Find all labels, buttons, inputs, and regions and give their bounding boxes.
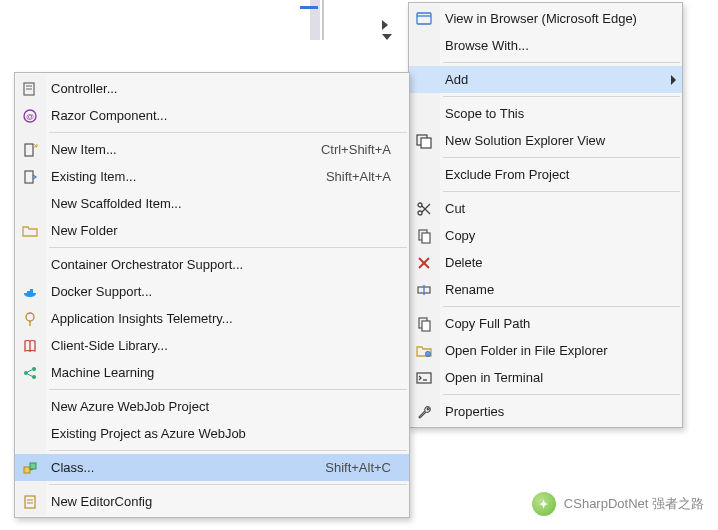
menu-item-new-editorconfig[interactable]: New EditorConfig: [15, 488, 409, 515]
menu-separator: [49, 450, 407, 451]
menu-item-cut[interactable]: Cut: [409, 195, 682, 222]
menu-item-controller[interactable]: Controller...: [15, 75, 409, 102]
controller-icon: [21, 80, 39, 98]
menu-separator: [443, 96, 680, 97]
menu-item-label: Existing Project as Azure WebJob: [51, 426, 391, 441]
watermark-text: CSharpDotNet 强者之路: [564, 495, 704, 513]
svg-rect-36: [25, 496, 35, 508]
menu-item-exclude-from-project[interactable]: Exclude From Project: [409, 161, 682, 188]
menu-item-copy[interactable]: Copy: [409, 222, 682, 249]
menu-item-client-side-lib[interactable]: Client-Side Library...: [15, 332, 409, 359]
menu-item-container-orchestrator[interactable]: Container Orchestrator Support...: [15, 251, 409, 278]
svg-line-31: [28, 369, 33, 372]
menu-separator: [443, 306, 680, 307]
menu-item-label: New Azure WebJob Project: [51, 399, 391, 414]
menu-item-label: Application Insights Telemetry...: [51, 311, 391, 326]
new-view-icon: [415, 132, 433, 150]
svg-point-29: [32, 367, 36, 371]
svg-point-26: [26, 313, 34, 321]
menu-item-scope-to-this[interactable]: Scope to This: [409, 100, 682, 127]
menu-separator: [443, 62, 680, 63]
insights-icon: [21, 310, 39, 328]
library-icon: [21, 337, 39, 355]
menu-item-docker-support[interactable]: Docker Support...: [15, 278, 409, 305]
menu-item-open-in-file-explorer[interactable]: Open Folder in File Explorer: [409, 337, 682, 364]
menu-item-label: Machine Learning: [51, 365, 391, 380]
menu-item-label: Copy Full Path: [445, 316, 664, 331]
solution-explorer-fragment: [370, 6, 410, 50]
folder-icon: [21, 222, 39, 240]
menu-item-label: Class...: [51, 460, 295, 475]
menu-item-label: Delete: [445, 255, 664, 270]
menu-item-existing-item[interactable]: Existing Item...Shift+Alt+A: [15, 163, 409, 190]
menu-item-existing-azure-webjob[interactable]: Existing Project as Azure WebJob: [15, 420, 409, 447]
context-menu: View in Browser (Microsoft Edge)Browse W…: [408, 2, 683, 428]
menu-item-label: Open Folder in File Explorer: [445, 343, 664, 358]
menu-item-new-solution-explorer-view[interactable]: New Solution Explorer View: [409, 127, 682, 154]
wrench-icon: [415, 403, 433, 421]
terminal-icon: [415, 369, 433, 387]
menu-item-razor-component[interactable]: @Razor Component...: [15, 102, 409, 129]
class-icon: [21, 459, 39, 477]
menu-item-label: Open in Terminal: [445, 370, 664, 385]
menu-item-label: New Folder: [51, 223, 391, 238]
svg-rect-0: [417, 13, 431, 24]
menu-separator: [49, 132, 407, 133]
docker-icon: [21, 283, 39, 301]
menu-item-label: New Scaffolded Item...: [51, 196, 391, 211]
svg-point-5: [418, 203, 422, 207]
menu-item-copy-full-path[interactable]: Copy Full Path: [409, 310, 682, 337]
menu-separator: [49, 484, 407, 485]
menu-separator: [49, 247, 407, 248]
watermark: ✦ CSharpDotNet 强者之路: [532, 492, 704, 516]
menu-separator: [443, 157, 680, 158]
menu-item-label: Controller...: [51, 81, 391, 96]
browser-icon: [415, 10, 433, 28]
menu-item-label: Razor Component...: [51, 108, 391, 123]
menu-item-label: New Item...: [51, 142, 291, 157]
svg-rect-17: [417, 373, 431, 383]
menu-item-label: Rename: [445, 282, 664, 297]
menu-item-new-item[interactable]: New Item...Ctrl+Shift+A: [15, 136, 409, 163]
copy-icon: [415, 227, 433, 245]
rename-icon: [415, 281, 433, 299]
existing-item-icon: [21, 168, 39, 186]
menu-item-label: Container Orchestrator Support...: [51, 257, 391, 272]
menu-item-rename[interactable]: Rename: [409, 276, 682, 303]
menu-item-label: Docker Support...: [51, 284, 391, 299]
svg-rect-15: [422, 321, 430, 331]
menu-item-view-in-browser[interactable]: View in Browser (Microsoft Edge): [409, 5, 682, 32]
svg-rect-25: [25, 171, 33, 183]
menu-item-label: Existing Item...: [51, 169, 296, 184]
menu-item-label: New Solution Explorer View: [445, 133, 664, 148]
menu-item-label: Browse With...: [445, 38, 664, 53]
menu-item-new-scaffolded-item[interactable]: New Scaffolded Item...: [15, 190, 409, 217]
svg-rect-24: [25, 144, 33, 156]
menu-item-app-insights[interactable]: Application Insights Telemetry...: [15, 305, 409, 332]
copy-icon: [415, 315, 433, 333]
menu-item-shortcut: Shift+Alt+C: [325, 460, 391, 475]
menu-item-label: Copy: [445, 228, 664, 243]
wechat-icon: ✦: [532, 492, 556, 516]
menu-item-properties[interactable]: Properties: [409, 398, 682, 425]
menu-item-open-in-terminal[interactable]: Open in Terminal: [409, 364, 682, 391]
menu-item-delete[interactable]: Delete: [409, 249, 682, 276]
menu-item-machine-learning[interactable]: Machine Learning: [15, 359, 409, 386]
menu-item-label: Properties: [445, 404, 664, 419]
folder-open-icon: [415, 342, 433, 360]
new-item-icon: [21, 141, 39, 159]
menu-item-label: Add: [445, 72, 664, 87]
menu-item-new-azure-webjob[interactable]: New Azure WebJob Project: [15, 393, 409, 420]
svg-rect-34: [30, 463, 36, 469]
chevron-right-icon: [671, 75, 676, 85]
svg-rect-9: [422, 233, 430, 243]
menu-item-new-folder[interactable]: New Folder: [15, 217, 409, 244]
svg-rect-3: [421, 138, 431, 148]
menu-separator: [49, 389, 407, 390]
svg-point-4: [418, 211, 422, 215]
menu-item-label: Scope to This: [445, 106, 664, 121]
menu-item-add[interactable]: Add: [409, 66, 682, 93]
menu-item-browse-with[interactable]: Browse With...: [409, 32, 682, 59]
menu-item-label: Client-Side Library...: [51, 338, 391, 353]
menu-item-class[interactable]: Class...Shift+Alt+C: [15, 454, 409, 481]
